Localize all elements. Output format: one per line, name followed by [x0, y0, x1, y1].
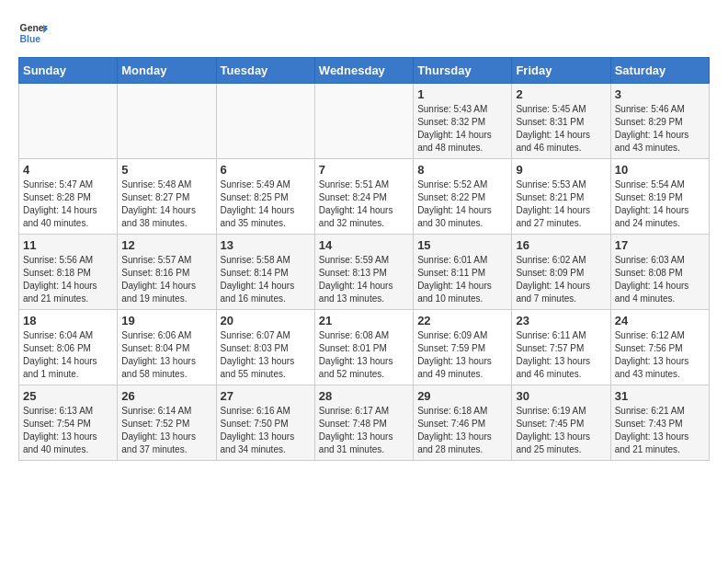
- day-number: 27: [221, 389, 311, 403]
- calendar-day-cell: 1Sunrise: 5:43 AM Sunset: 8:32 PM Daylig…: [414, 84, 512, 159]
- calendar-day-cell: 9Sunrise: 5:53 AM Sunset: 8:21 PM Daylig…: [512, 159, 610, 235]
- day-info: Sunrise: 6:13 AM Sunset: 7:54 PM Dayligh…: [23, 405, 113, 456]
- calendar-week-row: 4Sunrise: 5:47 AM Sunset: 8:28 PM Daylig…: [19, 159, 710, 235]
- day-of-week-header: Thursday: [414, 58, 512, 84]
- day-info: Sunrise: 6:04 AM Sunset: 8:06 PM Dayligh…: [23, 329, 113, 381]
- day-number: 17: [615, 238, 705, 252]
- day-info: Sunrise: 6:01 AM Sunset: 8:11 PM Dayligh…: [417, 254, 507, 305]
- calendar-day-cell: [216, 84, 314, 159]
- calendar-day-cell: 31Sunrise: 6:21 AM Sunset: 7:43 PM Dayli…: [610, 385, 709, 461]
- day-info: Sunrise: 6:09 AM Sunset: 7:59 PM Dayligh…: [417, 329, 507, 381]
- day-number: 13: [221, 238, 311, 252]
- calendar-day-cell: 28Sunrise: 6:17 AM Sunset: 7:48 PM Dayli…: [314, 385, 413, 461]
- calendar-day-cell: 5Sunrise: 5:48 AM Sunset: 8:27 PM Daylig…: [118, 159, 216, 235]
- calendar-day-cell: 14Sunrise: 5:59 AM Sunset: 8:13 PM Dayli…: [314, 235, 413, 310]
- day-number: 1: [417, 87, 507, 101]
- calendar-week-row: 25Sunrise: 6:13 AM Sunset: 7:54 PM Dayli…: [19, 385, 710, 461]
- day-info: Sunrise: 5:57 AM Sunset: 8:16 PM Dayligh…: [121, 254, 211, 305]
- calendar-day-cell: 16Sunrise: 6:02 AM Sunset: 8:09 PM Dayli…: [512, 235, 610, 310]
- calendar-table: SundayMondayTuesdayWednesdayThursdayFrid…: [18, 57, 710, 461]
- calendar-day-cell: 21Sunrise: 6:08 AM Sunset: 8:01 PM Dayli…: [314, 310, 413, 385]
- day-of-week-header: Friday: [512, 58, 610, 84]
- calendar-day-cell: 19Sunrise: 6:06 AM Sunset: 8:04 PM Dayli…: [118, 310, 216, 385]
- day-info: Sunrise: 5:56 AM Sunset: 8:18 PM Dayligh…: [23, 254, 113, 305]
- day-info: Sunrise: 6:07 AM Sunset: 8:03 PM Dayligh…: [221, 329, 311, 381]
- calendar-day-cell: 8Sunrise: 5:52 AM Sunset: 8:22 PM Daylig…: [414, 159, 512, 235]
- calendar-day-cell: 23Sunrise: 6:11 AM Sunset: 7:57 PM Dayli…: [512, 310, 610, 385]
- day-number: 11: [23, 238, 113, 252]
- day-info: Sunrise: 5:52 AM Sunset: 8:22 PM Dayligh…: [417, 178, 507, 230]
- page-header: General Blue: [18, 18, 710, 48]
- day-number: 28: [319, 389, 409, 403]
- day-number: 24: [615, 314, 705, 327]
- day-info: Sunrise: 5:43 AM Sunset: 8:32 PM Dayligh…: [417, 103, 507, 155]
- calendar-day-cell: 30Sunrise: 6:19 AM Sunset: 7:45 PM Dayli…: [512, 385, 610, 461]
- day-info: Sunrise: 6:11 AM Sunset: 7:57 PM Dayligh…: [516, 329, 606, 381]
- day-number: 5: [121, 163, 211, 177]
- day-info: Sunrise: 5:45 AM Sunset: 8:31 PM Dayligh…: [516, 103, 606, 155]
- day-of-week-header: Wednesday: [314, 58, 413, 84]
- svg-text:Blue: Blue: [20, 34, 41, 44]
- day-info: Sunrise: 6:18 AM Sunset: 7:46 PM Dayligh…: [417, 405, 507, 456]
- day-number: 7: [319, 163, 409, 177]
- day-number: 6: [221, 163, 311, 177]
- calendar-day-cell: 17Sunrise: 6:03 AM Sunset: 8:08 PM Dayli…: [610, 235, 709, 310]
- day-number: 18: [23, 314, 113, 327]
- day-number: 30: [516, 389, 606, 403]
- day-info: Sunrise: 5:59 AM Sunset: 8:13 PM Dayligh…: [319, 254, 409, 305]
- day-info: Sunrise: 6:14 AM Sunset: 7:52 PM Dayligh…: [121, 405, 211, 456]
- day-number: 14: [319, 238, 409, 252]
- day-number: 20: [221, 314, 311, 327]
- day-info: Sunrise: 6:02 AM Sunset: 8:09 PM Dayligh…: [516, 254, 606, 305]
- day-info: Sunrise: 5:48 AM Sunset: 8:27 PM Dayligh…: [121, 178, 211, 230]
- calendar-day-cell: 29Sunrise: 6:18 AM Sunset: 7:46 PM Dayli…: [414, 385, 512, 461]
- day-info: Sunrise: 6:12 AM Sunset: 7:56 PM Dayligh…: [615, 329, 705, 381]
- day-info: Sunrise: 5:58 AM Sunset: 8:14 PM Dayligh…: [221, 254, 311, 305]
- calendar-day-cell: 6Sunrise: 5:49 AM Sunset: 8:25 PM Daylig…: [216, 159, 314, 235]
- day-number: 16: [516, 238, 606, 252]
- day-info: Sunrise: 6:06 AM Sunset: 8:04 PM Dayligh…: [121, 329, 211, 381]
- calendar-week-row: 11Sunrise: 5:56 AM Sunset: 8:18 PM Dayli…: [19, 235, 710, 310]
- calendar-day-cell: 25Sunrise: 6:13 AM Sunset: 7:54 PM Dayli…: [19, 385, 118, 461]
- day-info: Sunrise: 6:03 AM Sunset: 8:08 PM Dayligh…: [615, 254, 705, 305]
- calendar-day-cell: 10Sunrise: 5:54 AM Sunset: 8:19 PM Dayli…: [610, 159, 709, 235]
- calendar-day-cell: 12Sunrise: 5:57 AM Sunset: 8:16 PM Dayli…: [118, 235, 216, 310]
- calendar-header: SundayMondayTuesdayWednesdayThursdayFrid…: [19, 58, 710, 84]
- day-number: 9: [516, 163, 606, 177]
- calendar-day-cell: [118, 84, 216, 159]
- calendar-day-cell: 18Sunrise: 6:04 AM Sunset: 8:06 PM Dayli…: [19, 310, 118, 385]
- day-info: Sunrise: 6:08 AM Sunset: 8:01 PM Dayligh…: [319, 329, 409, 381]
- day-info: Sunrise: 5:54 AM Sunset: 8:19 PM Dayligh…: [615, 178, 705, 230]
- day-number: 26: [121, 389, 211, 403]
- day-info: Sunrise: 6:16 AM Sunset: 7:50 PM Dayligh…: [221, 405, 311, 456]
- day-info: Sunrise: 5:53 AM Sunset: 8:21 PM Dayligh…: [516, 178, 606, 230]
- day-info: Sunrise: 6:17 AM Sunset: 7:48 PM Dayligh…: [319, 405, 409, 456]
- days-of-week-row: SundayMondayTuesdayWednesdayThursdayFrid…: [19, 58, 710, 84]
- day-number: 19: [121, 314, 211, 327]
- logo-icon: General Blue: [18, 18, 48, 48]
- day-info: Sunrise: 6:19 AM Sunset: 7:45 PM Dayligh…: [516, 405, 606, 456]
- calendar-day-cell: 15Sunrise: 6:01 AM Sunset: 8:11 PM Dayli…: [414, 235, 512, 310]
- day-number: 25: [23, 389, 113, 403]
- day-of-week-header: Monday: [118, 58, 216, 84]
- calendar-day-cell: 3Sunrise: 5:46 AM Sunset: 8:29 PM Daylig…: [610, 84, 709, 159]
- day-info: Sunrise: 5:49 AM Sunset: 8:25 PM Dayligh…: [221, 178, 311, 230]
- day-info: Sunrise: 5:46 AM Sunset: 8:29 PM Dayligh…: [615, 103, 705, 155]
- day-info: Sunrise: 5:51 AM Sunset: 8:24 PM Dayligh…: [319, 178, 409, 230]
- calendar-day-cell: 27Sunrise: 6:16 AM Sunset: 7:50 PM Dayli…: [216, 385, 314, 461]
- calendar-day-cell: 24Sunrise: 6:12 AM Sunset: 7:56 PM Dayli…: [610, 310, 709, 385]
- day-number: 21: [319, 314, 409, 327]
- day-number: 4: [23, 163, 113, 177]
- calendar-day-cell: 7Sunrise: 5:51 AM Sunset: 8:24 PM Daylig…: [314, 159, 413, 235]
- calendar-day-cell: 2Sunrise: 5:45 AM Sunset: 8:31 PM Daylig…: [512, 84, 610, 159]
- calendar-day-cell: 20Sunrise: 6:07 AM Sunset: 8:03 PM Dayli…: [216, 310, 314, 385]
- calendar-day-cell: 4Sunrise: 5:47 AM Sunset: 8:28 PM Daylig…: [19, 159, 118, 235]
- calendar-body: 1Sunrise: 5:43 AM Sunset: 8:32 PM Daylig…: [19, 84, 710, 461]
- calendar-week-row: 1Sunrise: 5:43 AM Sunset: 8:32 PM Daylig…: [19, 84, 710, 159]
- calendar-day-cell: 22Sunrise: 6:09 AM Sunset: 7:59 PM Dayli…: [414, 310, 512, 385]
- logo: General Blue: [18, 18, 48, 48]
- day-info: Sunrise: 6:21 AM Sunset: 7:43 PM Dayligh…: [615, 405, 705, 456]
- day-number: 23: [516, 314, 606, 327]
- calendar-day-cell: 26Sunrise: 6:14 AM Sunset: 7:52 PM Dayli…: [118, 385, 216, 461]
- calendar-day-cell: [314, 84, 413, 159]
